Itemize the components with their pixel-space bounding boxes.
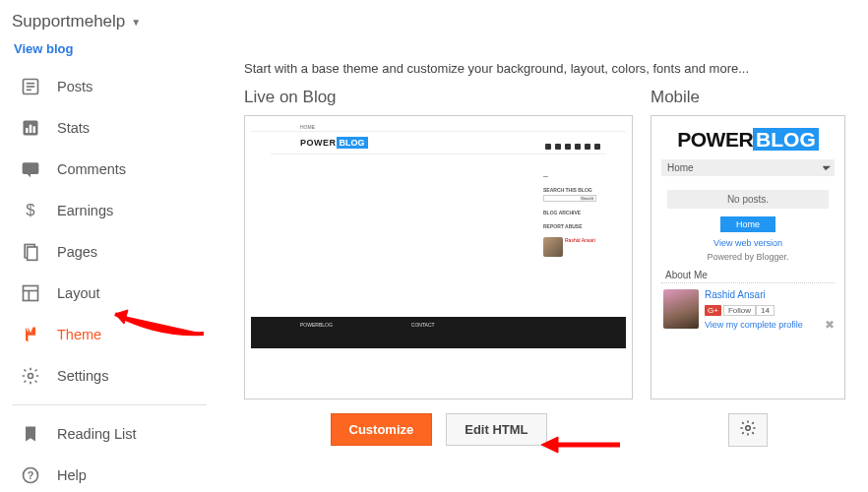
svg-rect-5 xyxy=(26,128,29,133)
nav-label: Help xyxy=(57,467,87,483)
blog-name: Supportmehelp xyxy=(12,12,125,31)
nav-list: Posts Stats Comments $ Earnings Pages La… xyxy=(12,66,207,397)
reading-list-icon xyxy=(20,423,41,445)
nav-list-secondary: Reading List ? Help xyxy=(12,413,207,492)
dp-topnav: HOME xyxy=(251,122,626,132)
pages-icon xyxy=(20,241,41,263)
nav-label: Pages xyxy=(57,244,97,260)
nav-label: Comments xyxy=(57,161,126,177)
settings-icon xyxy=(20,365,41,387)
layout-icon xyxy=(20,282,41,304)
svg-text:?: ? xyxy=(28,469,34,481)
svg-rect-7 xyxy=(33,126,36,133)
stats-icon xyxy=(20,117,41,139)
svg-rect-11 xyxy=(24,286,38,301)
edit-html-button[interactable]: Edit HTML xyxy=(446,413,546,446)
nav-label: Layout xyxy=(57,285,100,301)
mp-profile-name: Rashid Ansari xyxy=(705,289,803,300)
nav-earnings[interactable]: $ Earnings xyxy=(12,190,207,231)
nav-stats[interactable]: Stats xyxy=(12,107,207,149)
desktop-buttons: Customize Edit HTML xyxy=(244,413,633,446)
posts-icon xyxy=(20,76,41,97)
customize-button[interactable]: Customize xyxy=(331,413,433,446)
nav-posts[interactable]: Posts xyxy=(12,66,207,107)
mp-logo: POWERBLOG xyxy=(657,122,838,159)
nav-pages[interactable]: Pages xyxy=(12,231,207,273)
help-icon: ? xyxy=(20,464,41,486)
wrench-icon: ✖ xyxy=(825,318,835,332)
blog-selector[interactable]: Supportmehelp ▼ xyxy=(12,8,207,37)
desktop-column: Live on Blog HOME POWERBLOG — SEARCH THI… xyxy=(244,88,633,447)
gear-icon xyxy=(739,419,757,441)
nav-label: Posts xyxy=(57,79,93,94)
svg-rect-10 xyxy=(28,247,37,260)
mp-no-posts: No posts. xyxy=(667,190,829,209)
gplus-icon: G+ xyxy=(705,305,721,316)
mp-home-button: Home xyxy=(720,216,775,232)
chevron-down-icon: ▼ xyxy=(131,17,141,28)
sidebar: Supportmehelp ▼ View blog Posts Stats Co… xyxy=(0,0,207,492)
svg-rect-6 xyxy=(30,125,32,133)
theme-icon xyxy=(20,324,41,345)
view-blog-link[interactable]: View blog xyxy=(12,37,73,66)
mp-complete-profile: View my complete profile xyxy=(705,320,803,330)
main-content: Start with a base theme and customize yo… xyxy=(244,61,854,447)
live-on-blog-heading: Live on Blog xyxy=(244,88,633,107)
nav-settings[interactable]: Settings xyxy=(12,355,207,397)
mobile-heading: Mobile xyxy=(651,88,845,107)
mp-view-web: View web version xyxy=(657,238,838,248)
svg-point-17 xyxy=(746,426,751,431)
nav-comments[interactable]: Comments xyxy=(12,149,207,190)
nav-layout[interactable]: Layout xyxy=(12,273,207,314)
desktop-preview[interactable]: HOME POWERBLOG — SEARCH THIS BLOG BLOG A… xyxy=(244,115,633,400)
nav-help[interactable]: ? Help xyxy=(12,455,207,492)
nav-theme[interactable]: Theme xyxy=(12,314,207,355)
nav-label: Reading List xyxy=(57,426,137,442)
nav-label: Stats xyxy=(57,120,90,136)
mp-about-me: About Me xyxy=(661,270,835,283)
nav-label: Theme xyxy=(57,327,101,342)
earnings-icon: $ xyxy=(20,200,41,221)
mobile-preview[interactable]: POWERBLOG Home⏷ No posts. Home View web … xyxy=(651,115,845,400)
svg-text:$: $ xyxy=(26,201,34,219)
nav-reading-list[interactable]: Reading List xyxy=(12,413,207,455)
intro-text: Start with a base theme and customize yo… xyxy=(244,61,854,76)
nav-label: Earnings xyxy=(57,203,113,218)
mp-home-bar: Home⏷ xyxy=(661,159,835,176)
comments-icon xyxy=(20,158,41,180)
nav-label: Settings xyxy=(57,368,108,384)
nav-divider xyxy=(12,404,207,405)
dp-sidebar: — SEARCH THIS BLOG BLOG ARCHIVE REPORT A… xyxy=(543,173,602,265)
dp-footer: POWERBLOG CONTACT xyxy=(251,317,626,348)
mp-profile: Rashid Ansari G+Follow14 View my complet… xyxy=(657,283,838,336)
dp-social-icons xyxy=(545,144,600,150)
mobile-column: Mobile POWERBLOG Home⏷ No posts. Home Vi… xyxy=(651,88,845,447)
svg-point-14 xyxy=(29,374,33,379)
mp-powered: Powered by Blogger. xyxy=(657,252,838,262)
avatar xyxy=(663,289,699,329)
mobile-settings-button[interactable] xyxy=(728,413,768,447)
avatar xyxy=(543,237,563,257)
